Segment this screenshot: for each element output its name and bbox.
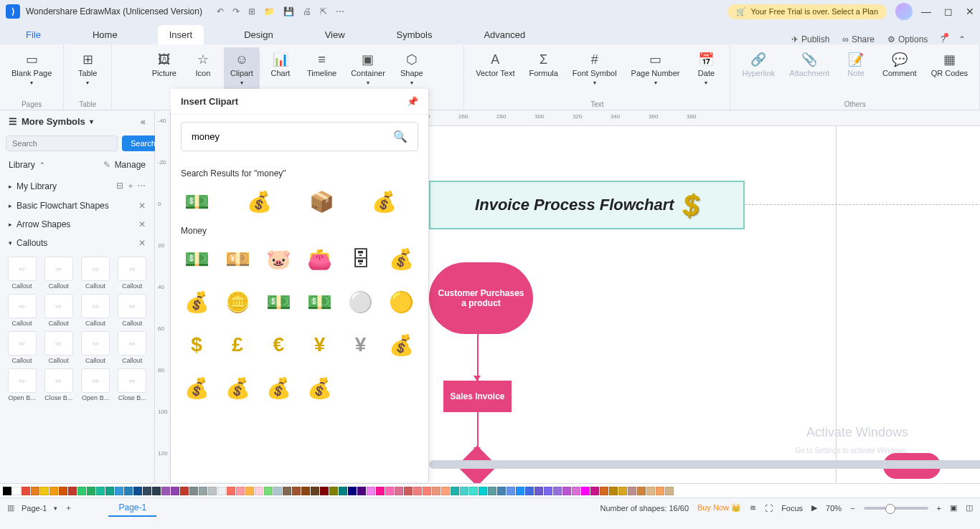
print-icon[interactable]: 🖨 — [303, 6, 311, 16]
color-swatch[interactable] — [3, 487, 11, 495]
page-tab-left[interactable]: Page-1 — [22, 504, 47, 513]
color-swatch[interactable] — [96, 487, 105, 495]
clipart-yen-sign-gold[interactable]: ¥ — [304, 329, 336, 361]
color-swatch[interactable] — [525, 487, 534, 495]
comment-button[interactable]: 💬Comment — [877, 47, 923, 99]
color-swatch[interactable] — [395, 487, 403, 495]
fit-width-icon[interactable]: ◫ — [966, 503, 973, 513]
export-icon[interactable]: ⇱ — [320, 6, 327, 16]
clipart-search-input[interactable] — [192, 131, 393, 142]
my-library-section[interactable]: ▸ My Library ⊟ ＋ ⋯ — [0, 176, 154, 196]
buy-now-link[interactable]: Buy Now 👑 — [697, 503, 741, 513]
focus-label[interactable]: Focus — [781, 504, 803, 513]
clipart-dollar-bill[interactable]: 💵 — [181, 186, 212, 217]
more-symbols-title[interactable]: More Symbols — [22, 116, 85, 127]
color-swatch[interactable] — [199, 487, 207, 495]
note-button[interactable]: 📝Note — [838, 47, 874, 99]
callout-shape-item[interactable]: ▭Callout — [116, 257, 149, 290]
maximize-icon[interactable]: ◻ — [944, 6, 953, 17]
color-swatch[interactable] — [283, 487, 291, 495]
callout-shape-item[interactable]: ▭Callout — [6, 294, 38, 327]
clipart-dollar-sign[interactable]: $ — [181, 329, 212, 361]
color-swatch[interactable] — [152, 487, 161, 495]
color-swatch[interactable] — [301, 487, 310, 495]
manage-link[interactable]: Manage — [115, 160, 146, 170]
search-icon[interactable]: 🔍 — [393, 130, 407, 143]
basic-shapes-section[interactable]: ▸ Basic Flowchart Shapes ✕ — [0, 196, 154, 215]
color-swatch[interactable] — [618, 487, 627, 495]
color-swatch[interactable] — [656, 487, 664, 495]
color-swatch[interactable] — [497, 487, 506, 495]
color-swatch[interactable] — [50, 487, 58, 495]
hyperlink-button[interactable]: 🔗Hyperlink — [736, 47, 781, 99]
layers-icon[interactable]: ≋ — [750, 503, 756, 513]
clipart-cash-stack[interactable]: 💵 — [181, 243, 212, 275]
callout-shape-item[interactable]: ▭Callout — [80, 294, 112, 327]
callout-shape-item[interactable]: ▭Callout — [6, 331, 38, 364]
qr-button[interactable]: ▦QR Codes — [925, 47, 974, 99]
zoom-in-icon[interactable]: + — [937, 504, 941, 513]
play-icon[interactable]: ▶ — [811, 503, 817, 513]
blank-page-button[interactable]: ▭Blank Page▾ — [6, 47, 57, 99]
color-swatch[interactable] — [124, 487, 133, 495]
clipart-wallet[interactable]: 👛 — [304, 243, 336, 275]
vector-text-button[interactable]: AVector Text — [470, 47, 520, 99]
color-swatch[interactable] — [292, 487, 301, 495]
color-swatch[interactable] — [273, 487, 282, 495]
clipart-money-bag-orange[interactable]: 💰 — [369, 186, 400, 217]
publish-link[interactable]: ✈ Publish — [791, 34, 829, 44]
save-icon[interactable]: 💾 — [283, 6, 294, 16]
callout-shape-item[interactable]: ▭Open B... — [80, 368, 112, 401]
zoom-slider[interactable] — [864, 507, 928, 510]
clipart-silver-coin[interactable]: ⚪ — [345, 286, 377, 318]
color-swatch[interactable] — [245, 487, 254, 495]
color-swatch[interactable] — [115, 487, 123, 495]
color-swatch[interactable] — [451, 487, 459, 495]
clipart-money-bag-grey[interactable]: 💰 — [243, 186, 275, 217]
clipart-yen-bag2[interactable]: 💰 — [304, 372, 336, 404]
clipart-yen-sign-silver[interactable]: ¥ — [345, 329, 377, 361]
clipart-pound-sign[interactable]: £ — [222, 329, 253, 361]
color-swatch[interactable] — [590, 487, 599, 495]
color-swatch[interactable] — [413, 487, 422, 495]
clipart-piggy-bank[interactable]: 🐷 — [263, 243, 294, 275]
color-swatch[interactable] — [180, 487, 189, 495]
color-swatch[interactable] — [572, 487, 580, 495]
color-swatch[interactable] — [534, 487, 543, 495]
color-swatch[interactable] — [40, 487, 49, 495]
symbols-search-input[interactable] — [6, 135, 118, 151]
color-swatch[interactable] — [628, 487, 636, 495]
color-swatch[interactable] — [348, 487, 357, 495]
flowchart-start-node[interactable]: Customer Purchases a product — [429, 262, 533, 334]
flowchart-title-box[interactable]: Invoice Process Flowchart $ — [429, 181, 745, 229]
user-avatar[interactable] — [895, 3, 913, 20]
color-swatch[interactable] — [22, 487, 30, 495]
library-label[interactable]: Library — [9, 160, 35, 170]
color-swatch[interactable] — [646, 487, 655, 495]
fullscreen-icon[interactable]: ⛶ — [765, 504, 773, 513]
color-swatch[interactable] — [264, 487, 273, 495]
options-link[interactable]: ⚙ Options — [887, 34, 928, 44]
color-swatch[interactable] — [255, 487, 263, 495]
menu-home[interactable]: Home — [81, 25, 129, 44]
trial-badge[interactable]: 🛒 Your Free Trial is over. Select a Plan — [727, 4, 887, 19]
color-swatch[interactable] — [376, 487, 385, 495]
color-swatch[interactable] — [469, 487, 478, 495]
redo-icon[interactable]: ↷ — [232, 6, 240, 16]
color-swatch[interactable] — [404, 487, 413, 495]
clipart-gold-coins[interactable]: 🪙 — [222, 286, 253, 318]
help-icon[interactable]: ? — [941, 34, 946, 44]
clipart-safe[interactable]: 🗄 — [345, 243, 377, 275]
callout-shape-item[interactable]: ▭Open B... — [6, 368, 38, 401]
color-swatch[interactable] — [423, 487, 431, 495]
clipart-yen-bag[interactable]: 💰 — [263, 372, 294, 404]
color-swatch[interactable] — [227, 487, 235, 495]
close-icon[interactable]: ✕ — [966, 6, 974, 17]
clipart-bills[interactable]: 💴 — [222, 243, 253, 275]
clipart-euro-bag[interactable]: 💰 — [222, 372, 253, 404]
chevron-down-icon[interactable]: ▾ — [54, 505, 57, 512]
color-swatch[interactable] — [329, 487, 338, 495]
formula-button[interactable]: ΣFormula — [523, 47, 563, 99]
new-icon[interactable]: ⊞ — [248, 6, 255, 16]
flowchart-process-node[interactable]: Sales Invoice — [443, 381, 512, 412]
